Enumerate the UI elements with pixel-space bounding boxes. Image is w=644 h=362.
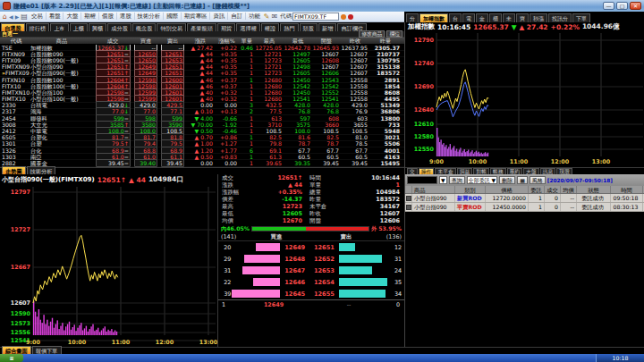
tab-櫃[interactable]: 櫃 [489, 13, 502, 22]
column-header[interactable]: 昨收 [341, 38, 369, 44]
tab-操作[interactable]: 操作 [419, 168, 435, 174]
mail-icon[interactable]: ✉ [272, 13, 278, 21]
bid-price[interactable]: 12648 [280, 256, 309, 263]
column-header[interactable]: 漲跌 [186, 38, 215, 44]
order-row[interactable]: 小型台指090 新買ROD 12720.0000 1 0 -- 委託成功 09:… [405, 194, 644, 203]
ask-price[interactable]: 12654 [309, 279, 339, 286]
grid-icon[interactable]: ▦ [517, 176, 528, 184]
tab-分[interactable]: 分 [406, 13, 419, 22]
style-button[interactable]: 風格 [530, 176, 546, 184]
tab-技術分析[interactable]: 技術分析 [27, 166, 56, 174]
tab-損益[interactable]: 損益 [457, 168, 473, 174]
order-column-header[interactable]: 委託 [529, 186, 545, 193]
order-column-header[interactable]: 均價 [561, 186, 577, 193]
home-icon[interactable]: ⌂ [3, 13, 7, 21]
tab-現股[interactable]: 現股 [556, 168, 572, 174]
bid-price[interactable]: 12647 [280, 267, 309, 274]
order-row[interactable]: 小型台指090 平賣ROD 12450.0000 1 0 -- 委託成功 08:… [405, 203, 644, 212]
tab-上市[interactable]: 上市 [50, 23, 68, 31]
tab-成分股[interactable]: 成分股 [107, 23, 131, 31]
tab-帳務[interactable]: 帳務 [490, 168, 506, 174]
tab-綜合畫面[interactable]: 綜合畫面 [2, 346, 31, 354]
tab-寶[interactable]: 寶 [516, 13, 529, 22]
tab-加權指數[interactable]: 加權指數 [419, 13, 448, 22]
edit-products-button[interactable]: 修改商品 [359, 30, 385, 38]
table-row[interactable]: 2882 國泰金 39.45= 39.40 39.45 0.00 0.00 1 … [0, 160, 404, 166]
close-button[interactable]: ✕ [630, 2, 641, 10]
column-header[interactable]: 賣出 [159, 38, 186, 44]
menu-item[interactable]: 自訂 [228, 13, 246, 20]
alert-icon[interactable] [341, 14, 346, 20]
maximize-button[interactable]: ▢ [616, 2, 628, 10]
forward-icon[interactable]: ▶ [15, 13, 20, 20]
column-header[interactable]: 昨量 [369, 38, 402, 44]
tab-上櫃[interactable]: 上櫃 [70, 23, 88, 31]
system-tray-clock[interactable]: 10:18 [596, 354, 644, 362]
menu-item[interactable]: 選股 [117, 13, 135, 20]
column-header[interactable]: 商品 [30, 38, 93, 44]
account-box[interactable] [407, 176, 437, 184]
tab-特別交易[interactable]: 特別交易 [157, 23, 186, 31]
tab-電[interactable]: 電 [462, 13, 475, 22]
print-icon[interactable]: ▤ [21, 13, 28, 21]
mtx-intraday-chart[interactable]: 1279712727126671260712590125731255612541… [0, 185, 217, 349]
depth-row[interactable]: 22 12646 12654 35 [218, 276, 404, 288]
menu-item[interactable]: 技術分析 [135, 13, 165, 20]
tab-未平倉[interactable]: 未平倉 [435, 168, 455, 174]
order-column-header[interactable]: 類別 [455, 186, 486, 193]
edit-columns-button[interactable]: 欄位 [386, 30, 402, 38]
tab-投訊分[interactable]: 投訊分 [548, 13, 572, 22]
order-column-header[interactable]: 商品 [412, 186, 455, 193]
back-icon[interactable]: ◀ [9, 13, 13, 20]
tab-期貨[interactable]: 期貨 [217, 23, 235, 31]
ask-price[interactable]: 12655 [309, 290, 339, 298]
ask-price[interactable]: 12651 [309, 244, 339, 251]
tab-選擇權[interactable]: 選擇權 [236, 23, 260, 31]
menu-item[interactable]: 期貨專區 [182, 13, 211, 20]
bid-price[interactable]: 12649 [280, 244, 309, 251]
order-column-header[interactable]: 成交 [545, 186, 561, 193]
tab-走勢圖[interactable]: 走勢圖 [2, 166, 26, 174]
hot-icon[interactable] [348, 14, 353, 20]
column-header[interactable]: 最低 [284, 38, 312, 44]
tab-權證[interactable]: 權證 [261, 23, 279, 31]
tse-intraday-chart[interactable]: 127901274012690126401261012580125509:001… [404, 31, 644, 167]
start-button[interactable]: ≡ [0, 354, 23, 362]
minimize-button[interactable]: — [603, 2, 614, 10]
column-header[interactable]: 開盤 [312, 38, 341, 44]
tab-興櫃[interactable]: 興櫃 [89, 23, 106, 31]
menu-item[interactable]: 看盤 [47, 13, 64, 20]
column-header[interactable]: 最高 [255, 38, 284, 44]
tab-金[interactable]: 金 [476, 13, 488, 22]
ask-price[interactable]: 12653 [309, 267, 339, 274]
column-header[interactable]: 代碼 [0, 38, 30, 44]
tab-新增[interactable]: 新增 [318, 23, 336, 31]
tab-產業龍頭[interactable]: 產業龍頭 [187, 23, 216, 31]
code-input[interactable] [292, 13, 339, 21]
tab-概念股[interactable]: 概念股 [132, 23, 157, 31]
menu-item[interactable]: 交易 [29, 13, 47, 20]
menu-item[interactable]: 個股 [99, 13, 117, 20]
menu-item[interactable]: 大盤 [64, 13, 81, 20]
tab-對帳[interactable]: 對帳 [473, 168, 489, 174]
tab-秒漲[interactable]: 秒漲 [530, 13, 547, 22]
bid-price[interactable]: 12645 [280, 290, 309, 298]
column-header[interactable]: 單量 [239, 38, 255, 44]
menu-item[interactable]: 期權 [81, 13, 99, 20]
menu-item[interactable]: 國際 [164, 13, 182, 20]
column-header[interactable]: 漲幅% [215, 38, 239, 44]
tab-報價下單[interactable]: 報價下單 [32, 346, 62, 354]
depth-row[interactable]: 29 12648 12652 31 [218, 253, 404, 265]
delete-button[interactable]: 刪除 [499, 176, 515, 184]
tab-大盤[interactable]: 大盤 [523, 168, 539, 174]
tab-下單[interactable]: 下單 [572, 13, 590, 22]
pencil-icon[interactable]: ✎ [264, 13, 270, 21]
tab-交[interactable]: 交 [407, 168, 418, 174]
order-column-header[interactable]: 狀態 [577, 186, 611, 193]
tab-未[interactable]: 未 [503, 13, 515, 22]
depth-row[interactable]: 20 12649 12651 12 [218, 241, 404, 253]
order-filter-select[interactable]: 全部委託 ▼ [467, 176, 498, 184]
menu-item[interactable]: 功能 [246, 13, 263, 20]
tab-訊息[interactable]: 訊息 [540, 168, 556, 174]
query-button[interactable]: 查詢 [449, 176, 465, 184]
